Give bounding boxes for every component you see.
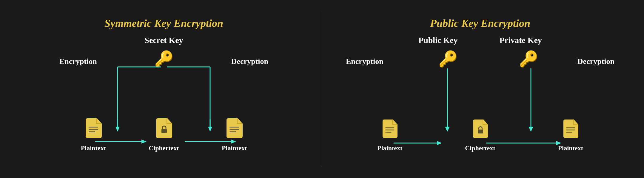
svg-rect-28	[385, 130, 394, 131]
symmetric-diagram: Secret Key 🔑 Encryption Decryption	[59, 36, 268, 161]
section-divider	[322, 11, 322, 167]
pub-plain-doc-icon-right	[563, 119, 578, 142]
pub-ciphertext: Ciphertext	[465, 119, 495, 152]
sym-plaintext-right: Plaintext	[222, 118, 247, 152]
main-container: Symmetric Key Encryption Secret Key 🔑 En…	[0, 0, 644, 178]
pub-plaintext-right: Plaintext	[558, 119, 583, 152]
symmetric-section: Symmetric Key Encryption Secret Key 🔑 En…	[12, 17, 316, 161]
plain-doc-icon-right	[226, 118, 243, 142]
sym-plaintext-right-label: Plaintext	[222, 144, 247, 152]
svg-rect-14	[89, 131, 95, 132]
pub-plaintext-right-label: Plaintext	[558, 144, 583, 152]
sym-ciphertext-label: Ciphertext	[149, 144, 179, 152]
svg-rect-18	[229, 131, 236, 132]
svg-rect-31	[566, 127, 575, 128]
svg-rect-29	[385, 132, 391, 133]
svg-rect-13	[89, 129, 98, 130]
svg-rect-30	[478, 130, 483, 134]
svg-rect-32	[566, 130, 575, 131]
sym-docs-row: Plaintext Ciphertext	[59, 118, 268, 152]
sym-plaintext-left-label: Plaintext	[81, 144, 106, 152]
pub-cipher-doc-icon	[472, 119, 488, 142]
plain-doc-icon-left	[85, 118, 102, 142]
public-key-section: Public Key Encryption Public Key Private…	[328, 17, 632, 161]
pub-docs-row: Plaintext Ciphertext	[346, 119, 614, 152]
sym-ciphertext: Ciphertext	[149, 118, 179, 152]
public-key-title: Public Key Encryption	[430, 17, 530, 30]
public-key-diagram: Public Key Private Key Encryption Decryp…	[346, 36, 614, 161]
cipher-doc-icon	[155, 118, 172, 142]
svg-rect-17	[229, 129, 239, 130]
symmetric-title: Symmetric Key Encryption	[104, 17, 223, 30]
svg-rect-12	[89, 127, 98, 128]
pub-ciphertext-label: Ciphertext	[465, 144, 495, 152]
svg-rect-27	[385, 127, 394, 128]
svg-rect-16	[229, 127, 239, 128]
pub-plaintext-left: Plaintext	[377, 119, 402, 152]
svg-rect-15	[161, 129, 167, 133]
sym-plaintext-left: Plaintext	[81, 118, 106, 152]
pub-plaintext-left-label: Plaintext	[377, 144, 402, 152]
pub-plain-doc-icon-left	[382, 119, 398, 142]
svg-rect-33	[566, 132, 572, 133]
